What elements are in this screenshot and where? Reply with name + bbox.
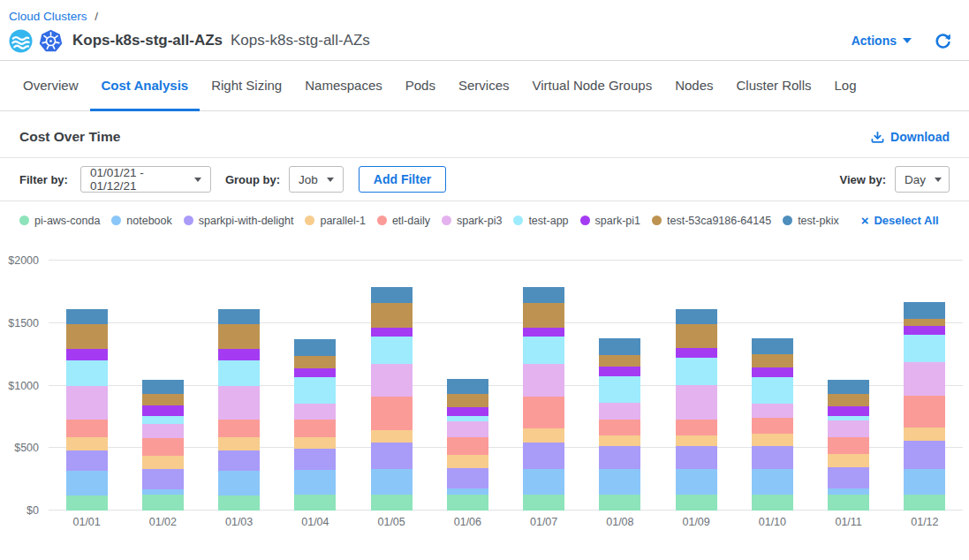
bar-segment-spark-pi1[interactable] bbox=[371, 328, 413, 337]
bar-segment-test-app[interactable] bbox=[371, 337, 413, 364]
bar-segment-sparkpi-with-delight[interactable] bbox=[294, 449, 336, 470]
bar-segment-pi-aws-conda[interactable] bbox=[294, 495, 336, 511]
bar-segment-spark-pi1[interactable] bbox=[599, 367, 640, 376]
bar-segment-spark-pi1[interactable] bbox=[218, 349, 260, 360]
bar-segment-pi-aws-conda[interactable] bbox=[676, 495, 717, 511]
bar-segment-sparkpi-with-delight[interactable] bbox=[904, 441, 945, 469]
bar-segment-test-pkix[interactable] bbox=[752, 338, 793, 354]
bar-segment-spark-pi3[interactable] bbox=[904, 362, 945, 395]
bar-segment-test-pkix[interactable] bbox=[371, 287, 413, 303]
bar-segment-test-pkix[interactable] bbox=[599, 338, 640, 354]
bar-segment-sparkpi-with-delight[interactable] bbox=[599, 446, 640, 469]
bar-segment-test-pkix[interactable] bbox=[294, 339, 336, 355]
bar-segment-etl-daily[interactable] bbox=[599, 420, 640, 435]
bar-segment-test-app[interactable] bbox=[142, 416, 184, 424]
bar-segment-test-pkix[interactable] bbox=[676, 309, 717, 325]
legend-item-test-53ca9186-64145[interactable]: test-53ca9186-64145 bbox=[652, 215, 771, 227]
add-filter-button[interactable]: Add Filter bbox=[359, 166, 446, 193]
bar-segment-spark-pi3[interactable] bbox=[523, 364, 564, 397]
tab-nodes[interactable]: Nodes bbox=[663, 61, 724, 111]
bar-segment-etl-daily[interactable] bbox=[142, 438, 184, 456]
bar-segment-pi-aws-conda[interactable] bbox=[371, 495, 413, 511]
bar-segment-etl-daily[interactable] bbox=[904, 396, 945, 428]
download-button[interactable]: Download bbox=[871, 130, 950, 144]
bar-segment-test-53ca9186-64145[interactable] bbox=[904, 319, 945, 326]
tab-cluster-rolls[interactable]: Cluster Rolls bbox=[725, 61, 823, 111]
bar-segment-test-53ca9186-64145[interactable] bbox=[523, 303, 564, 328]
bar-segment-spark-pi3[interactable] bbox=[752, 404, 793, 418]
bar-segment-test-53ca9186-64145[interactable] bbox=[676, 324, 717, 348]
bar-segment-etl-daily[interactable] bbox=[447, 437, 488, 456]
bar-segment-etl-daily[interactable] bbox=[218, 420, 260, 437]
bar-segment-parallel-1[interactable] bbox=[676, 435, 717, 446]
bar-segment-notebook[interactable] bbox=[599, 469, 640, 494]
bar-segment-notebook[interactable] bbox=[676, 469, 717, 494]
bar-segment-test-53ca9186-64145[interactable] bbox=[218, 324, 260, 349]
refresh-button[interactable] bbox=[935, 33, 951, 49]
bar-segment-pi-aws-conda[interactable] bbox=[142, 495, 184, 511]
legend-item-sparkpi-with-delight[interactable]: sparkpi-with-delight bbox=[184, 215, 294, 227]
bar-segment-test-app[interactable] bbox=[599, 376, 640, 403]
bar-segment-spark-pi1[interactable] bbox=[142, 405, 184, 415]
bar-segment-sparkpi-with-delight[interactable] bbox=[447, 468, 488, 488]
bar-segment-test-pkix[interactable] bbox=[447, 379, 488, 394]
bar-segment-test-53ca9186-64145[interactable] bbox=[66, 324, 108, 349]
bar-segment-test-pkix[interactable] bbox=[523, 287, 564, 303]
bar-segment-spark-pi3[interactable] bbox=[599, 403, 640, 419]
bar-segment-spark-pi1[interactable] bbox=[752, 367, 793, 377]
bar-segment-spark-pi3[interactable] bbox=[66, 386, 108, 419]
bar-segment-test-pkix[interactable] bbox=[218, 309, 260, 324]
bar-segment-pi-aws-conda[interactable] bbox=[752, 495, 793, 511]
bar-segment-pi-aws-conda[interactable] bbox=[599, 495, 640, 511]
bar-segment-spark-pi3[interactable] bbox=[294, 404, 336, 420]
bar-segment-parallel-1[interactable] bbox=[828, 454, 869, 467]
bar-segment-spark-pi3[interactable] bbox=[676, 385, 717, 420]
bar-segment-spark-pi3[interactable] bbox=[142, 424, 184, 438]
bar-segment-test-app[interactable] bbox=[676, 358, 717, 385]
bar-segment-spark-pi1[interactable] bbox=[904, 326, 945, 335]
bar-segment-pi-aws-conda[interactable] bbox=[904, 495, 945, 511]
tab-services[interactable]: Services bbox=[447, 61, 521, 111]
legend-item-parallel-1[interactable]: parallel-1 bbox=[305, 215, 365, 227]
bar-segment-parallel-1[interactable] bbox=[904, 428, 945, 442]
bar-segment-sparkpi-with-delight[interactable] bbox=[371, 443, 413, 469]
bar-segment-etl-daily[interactable] bbox=[294, 420, 336, 437]
legend-item-test-pkix[interactable]: test-pkix bbox=[783, 215, 839, 227]
bar-segment-notebook[interactable] bbox=[66, 471, 108, 496]
bar-segment-test-53ca9186-64145[interactable] bbox=[752, 354, 793, 367]
actions-button[interactable]: Actions bbox=[852, 34, 912, 48]
bar-segment-test-53ca9186-64145[interactable] bbox=[371, 303, 413, 328]
tab-log[interactable]: Log bbox=[823, 61, 868, 111]
bar-segment-parallel-1[interactable] bbox=[523, 428, 564, 443]
bar-segment-parallel-1[interactable] bbox=[599, 435, 640, 446]
bar-segment-spark-pi1[interactable] bbox=[676, 348, 717, 358]
legend-item-test-app[interactable]: test-app bbox=[513, 215, 568, 227]
bar-segment-etl-daily[interactable] bbox=[676, 420, 717, 435]
bar-segment-sparkpi-with-delight[interactable] bbox=[752, 446, 793, 469]
bar-segment-parallel-1[interactable] bbox=[371, 430, 413, 443]
bar-segment-notebook[interactable] bbox=[371, 469, 413, 494]
bar-segment-test-app[interactable] bbox=[904, 335, 945, 362]
tab-virtual-node-groups[interactable]: Virtual Node Groups bbox=[521, 61, 664, 111]
bar-segment-spark-pi3[interactable] bbox=[218, 386, 260, 419]
tab-overview[interactable]: Overview bbox=[11, 61, 90, 111]
date-range-select[interactable]: 01/01/21 - 01/12/21 bbox=[80, 166, 211, 193]
deselect-all-button[interactable]: ×Deselect All bbox=[861, 214, 939, 227]
bar-segment-test-app[interactable] bbox=[752, 377, 793, 404]
breadcrumb-cloud-clusters-link[interactable]: Cloud Clusters bbox=[9, 10, 87, 23]
bar-segment-sparkpi-with-delight[interactable] bbox=[676, 446, 717, 469]
bar-segment-pi-aws-conda[interactable] bbox=[828, 495, 869, 511]
tab-pods[interactable]: Pods bbox=[394, 61, 447, 111]
bar-segment-test-53ca9186-64145[interactable] bbox=[599, 355, 640, 367]
bar-segment-spark-pi1[interactable] bbox=[294, 368, 336, 377]
bar-segment-spark-pi3[interactable] bbox=[371, 364, 413, 397]
bar-segment-notebook[interactable] bbox=[294, 470, 336, 495]
bar-segment-etl-daily[interactable] bbox=[828, 437, 869, 455]
legend-item-spark-pi1[interactable]: spark-pi1 bbox=[580, 215, 640, 227]
bar-segment-spark-pi3[interactable] bbox=[828, 420, 869, 436]
bar-segment-parallel-1[interactable] bbox=[447, 455, 488, 468]
bar-segment-notebook[interactable] bbox=[752, 469, 793, 494]
bar-segment-parallel-1[interactable] bbox=[294, 437, 336, 449]
legend-item-notebook[interactable]: notebook bbox=[111, 215, 171, 227]
bar-segment-notebook[interactable] bbox=[523, 469, 564, 494]
